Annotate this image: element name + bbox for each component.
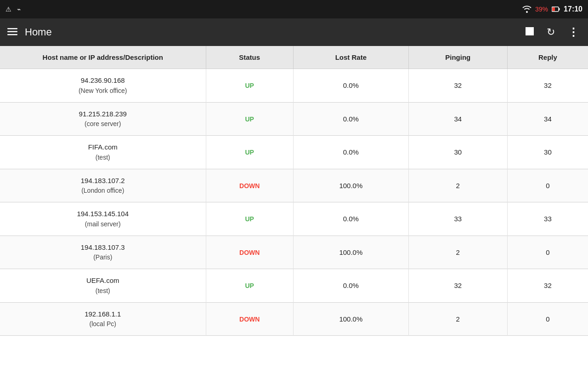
status-cell: DOWN xyxy=(206,169,293,202)
table-row[interactable]: 194.153.145.104 (mail server) UP 0.0% 33… xyxy=(0,202,588,236)
lost-rate-cell: 0.0% xyxy=(293,102,408,136)
app-bar-left: Home xyxy=(7,26,52,38)
svg-rect-3 xyxy=(7,28,17,29)
host-cell: UEFA.com (test) xyxy=(0,269,206,303)
host-cell: FIFA.com (test) xyxy=(0,136,206,169)
time-display: 17:10 xyxy=(564,5,582,13)
lost-rate-cell: 0.0% xyxy=(293,136,408,169)
status-badge: DOWN xyxy=(239,316,260,323)
host-cell: 94.236.90.168 (New York office) xyxy=(0,69,206,103)
host-ip: 91.215.218.239 xyxy=(6,109,200,120)
host-desc: (test) xyxy=(6,153,200,162)
table-row[interactable]: 91.215.218.239 (core server) UP 0.0% 34 … xyxy=(0,102,588,136)
host-desc: (London office) xyxy=(6,186,200,196)
battery-icon xyxy=(552,6,560,12)
status-badge: UP xyxy=(245,282,254,289)
svg-rect-1 xyxy=(559,8,560,11)
lost-rate-cell: 0.0% xyxy=(293,69,408,103)
pinging-cell: 30 xyxy=(408,136,507,169)
warning-icon: ⚠ xyxy=(6,6,11,13)
reply-cell: 30 xyxy=(507,136,588,169)
ping-monitor-table: Host name or IP address/Description Stat… xyxy=(0,46,588,336)
host-desc: (test) xyxy=(6,286,200,296)
host-cell: 192.168.1.1 (local Pc) xyxy=(0,302,206,336)
lost-rate-cell: 100.0% xyxy=(293,236,408,269)
status-badge: DOWN xyxy=(239,182,260,190)
host-desc: (core server) xyxy=(6,119,200,129)
app-bar-actions: ↻ ⋮ xyxy=(524,24,581,40)
more-options-button[interactable]: ⋮ xyxy=(566,24,581,40)
status-badge: DOWN xyxy=(239,249,260,256)
table-row[interactable]: 194.183.107.2 (London office) DOWN 100.0… xyxy=(0,169,588,202)
pinging-cell: 34 xyxy=(408,102,507,136)
svg-rect-4 xyxy=(7,31,17,32)
status-cell: UP xyxy=(206,202,293,236)
status-cell: DOWN xyxy=(206,302,293,336)
host-desc: (local Pc) xyxy=(6,319,200,329)
host-ip: 94.236.90.168 xyxy=(6,75,200,86)
table-row[interactable]: 94.236.90.168 (New York office) UP 0.0% … xyxy=(0,69,588,103)
pinging-cell: 2 xyxy=(408,169,507,202)
svg-rect-5 xyxy=(7,34,17,35)
host-cell: 194.153.145.104 (mail server) xyxy=(0,202,206,236)
status-cell: UP xyxy=(206,69,293,103)
refresh-button[interactable]: ↻ xyxy=(545,24,557,40)
table-row[interactable]: UEFA.com (test) UP 0.0% 32 32 xyxy=(0,269,588,303)
host-ip: 194.153.145.104 xyxy=(6,209,200,219)
host-ip: 192.168.1.1 xyxy=(6,309,200,320)
reply-cell: 0 xyxy=(507,169,588,202)
pinging-cell: 2 xyxy=(408,302,507,336)
col-header-lost-rate: Lost Rate xyxy=(293,46,408,69)
lost-rate-cell: 100.0% xyxy=(293,169,408,202)
reply-cell: 34 xyxy=(507,102,588,136)
lost-rate-cell: 0.0% xyxy=(293,202,408,236)
status-badge: UP xyxy=(245,82,254,89)
status-bar: ⚠ ⌁ 39% 17:10 xyxy=(0,0,588,18)
hamburger-menu-icon[interactable] xyxy=(7,27,17,38)
host-desc: (Paris) xyxy=(6,253,200,262)
battery-indicator: 39% xyxy=(535,6,548,13)
reply-cell: 32 xyxy=(507,69,588,103)
main-table-container: Host name or IP address/Description Stat… xyxy=(0,46,588,368)
host-cell: 194.183.107.2 (London office) xyxy=(0,169,206,202)
col-header-reply: Reply xyxy=(507,46,588,69)
host-desc: (mail server) xyxy=(6,219,200,229)
status-cell: UP xyxy=(206,269,293,303)
status-cell: DOWN xyxy=(206,236,293,269)
status-bar-left: ⚠ ⌁ xyxy=(6,6,21,13)
pinging-cell: 33 xyxy=(408,202,507,236)
lost-rate-cell: 0.0% xyxy=(293,269,408,303)
reply-cell: 0 xyxy=(507,302,588,336)
host-cell: 91.215.218.239 (core server) xyxy=(0,102,206,136)
host-ip: 194.183.107.3 xyxy=(6,242,200,253)
stop-button[interactable] xyxy=(524,25,536,40)
reply-cell: 0 xyxy=(507,236,588,269)
status-bar-right: 39% 17:10 xyxy=(522,5,582,13)
pinging-cell: 32 xyxy=(408,69,507,103)
usb-icon: ⌁ xyxy=(17,6,21,13)
lost-rate-cell: 100.0% xyxy=(293,302,408,336)
host-ip: 194.183.107.2 xyxy=(6,176,200,186)
host-cell: 194.183.107.3 (Paris) xyxy=(0,236,206,269)
app-bar: Home ↻ ⋮ xyxy=(0,18,588,46)
col-header-status: Status xyxy=(206,46,293,69)
host-desc: (New York office) xyxy=(6,86,200,96)
col-header-host: Host name or IP address/Description xyxy=(0,46,206,69)
host-ip: FIFA.com xyxy=(6,142,200,153)
status-badge: UP xyxy=(245,215,254,223)
table-header-row: Host name or IP address/Description Stat… xyxy=(0,46,588,69)
table-row[interactable]: 194.183.107.3 (Paris) DOWN 100.0% 2 0 xyxy=(0,236,588,269)
stop-icon xyxy=(526,27,534,35)
status-badge: UP xyxy=(245,149,254,156)
reply-cell: 32 xyxy=(507,269,588,303)
table-row[interactable]: 192.168.1.1 (local Pc) DOWN 100.0% 2 0 xyxy=(0,302,588,336)
status-cell: UP xyxy=(206,102,293,136)
status-badge: UP xyxy=(245,115,254,123)
table-row[interactable]: FIFA.com (test) UP 0.0% 30 30 xyxy=(0,136,588,169)
col-header-pinging: Pinging xyxy=(408,46,507,69)
host-ip: UEFA.com xyxy=(6,276,200,286)
wifi-icon xyxy=(522,6,531,13)
reply-cell: 33 xyxy=(507,202,588,236)
pinging-cell: 2 xyxy=(408,236,507,269)
app-title: Home xyxy=(25,26,52,38)
